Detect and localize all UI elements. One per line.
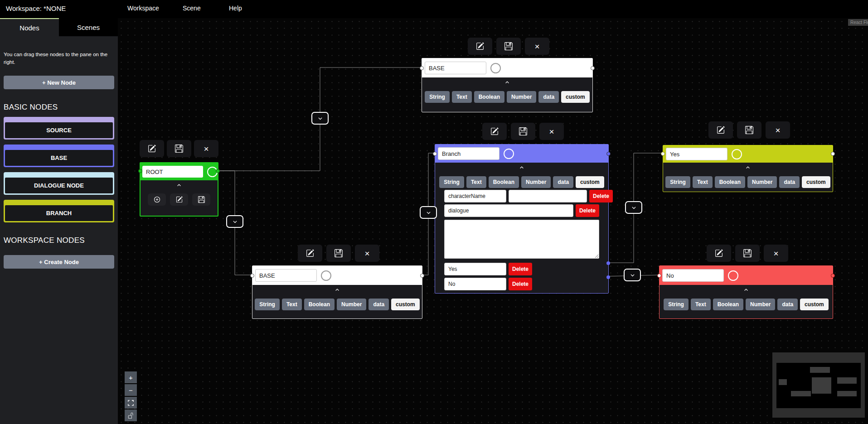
type-button-boolean[interactable]: Boolean (489, 176, 519, 188)
node-yes[interactable]: String Text Boolean Number data custom (663, 145, 833, 192)
collapse-toggle[interactable] (659, 285, 833, 294)
edit-node-button[interactable] (468, 38, 492, 55)
save-button[interactable] (192, 193, 210, 206)
lock-button[interactable] (125, 410, 137, 421)
edit-node-button[interactable] (482, 123, 507, 140)
type-button-boolean[interactable]: Boolean (474, 91, 504, 103)
type-button-string[interactable]: String (439, 176, 464, 188)
edit-node-button[interactable] (298, 245, 322, 262)
type-button-number[interactable]: Number (337, 299, 366, 310)
output-handle[interactable] (591, 66, 595, 70)
type-button-text[interactable]: Text (691, 299, 711, 310)
edge-dropdown-button[interactable] (226, 215, 243, 228)
input-handle[interactable] (661, 152, 665, 156)
type-button-number[interactable]: Number (746, 299, 775, 310)
field-value-input[interactable] (509, 190, 587, 202)
option-input-no[interactable] (444, 278, 506, 290)
type-button-custom[interactable]: custom (391, 299, 420, 310)
collapse-toggle[interactable] (252, 285, 422, 294)
zoom-out-button[interactable]: − (125, 384, 137, 396)
option-handle-yes[interactable] (606, 261, 610, 265)
save-node-button[interactable] (511, 123, 535, 140)
input-handle[interactable] (250, 274, 254, 278)
option-handle-no[interactable] (606, 275, 610, 279)
edge-dropdown-button[interactable] (625, 201, 642, 214)
delete-field-button[interactable]: Delete (576, 204, 599, 217)
connector-circle[interactable] (728, 270, 738, 281)
type-button-custom[interactable]: custom (800, 299, 829, 310)
close-node-button[interactable]: × (764, 245, 788, 262)
menu-help[interactable]: Help (229, 5, 242, 12)
type-button-text[interactable]: Text (693, 176, 713, 188)
output-handle[interactable] (420, 274, 424, 278)
field-name-input[interactable] (444, 204, 573, 217)
delete-option-button[interactable]: Delete (509, 278, 532, 290)
collapse-toggle[interactable] (422, 77, 592, 87)
output-handle[interactable] (606, 152, 611, 156)
type-button-data[interactable]: data (369, 299, 389, 310)
edit-button[interactable] (170, 193, 188, 206)
delete-field-button[interactable]: Delete (589, 190, 613, 202)
type-button-text[interactable]: Text (466, 176, 486, 188)
type-button-text[interactable]: Text (282, 299, 302, 310)
type-button-boolean[interactable]: Boolean (713, 299, 743, 310)
close-node-button[interactable]: × (539, 123, 564, 140)
collapse-toggle[interactable] (435, 163, 608, 172)
tab-nodes[interactable]: Nodes (0, 18, 59, 36)
close-node-button[interactable]: × (525, 38, 549, 55)
node-title-input[interactable] (666, 148, 727, 160)
type-button-data[interactable]: data (553, 176, 573, 188)
type-button-number[interactable]: Number (747, 176, 777, 188)
option-input-yes[interactable] (444, 263, 506, 275)
tab-scenes[interactable]: Scenes (59, 18, 118, 36)
output-handle[interactable] (831, 152, 835, 156)
create-node-button[interactable]: + Create Node (4, 255, 114, 269)
collapse-toggle[interactable] (141, 180, 218, 190)
edit-node-button[interactable] (708, 121, 733, 139)
palette-node-dialogue[interactable]: DIALOGUE NODE (4, 172, 114, 195)
fit-view-button[interactable] (125, 397, 137, 409)
save-node-button[interactable] (326, 245, 351, 262)
type-button-number[interactable]: Number (521, 176, 551, 188)
node-branch[interactable]: String Text Boolean Number data custom D… (435, 144, 609, 294)
edge-dropdown-button[interactable] (420, 206, 437, 219)
type-button-custom[interactable]: custom (802, 176, 830, 188)
connector-circle[interactable] (321, 270, 331, 281)
save-node-button[interactable] (167, 140, 191, 157)
zoom-in-button[interactable]: + (125, 371, 137, 383)
type-button-custom[interactable]: custom (561, 91, 590, 103)
menu-workspace[interactable]: Workspace (127, 5, 159, 12)
collapse-toggle[interactable] (663, 163, 833, 172)
node-base-bottom[interactable]: String Text Boolean Number data custom (252, 265, 422, 319)
dialogue-textarea[interactable] (444, 220, 599, 259)
node-title-input[interactable] (255, 269, 317, 282)
type-button-data[interactable]: data (538, 91, 559, 103)
connector-circle[interactable] (732, 149, 742, 159)
type-button-string[interactable]: String (665, 176, 690, 188)
output-handle[interactable] (831, 274, 835, 278)
input-handle[interactable] (420, 66, 424, 70)
input-handle[interactable] (138, 169, 142, 173)
type-button-string[interactable]: String (255, 299, 280, 310)
type-button-data[interactable]: data (779, 176, 800, 188)
menu-scene[interactable]: Scene (183, 5, 201, 12)
node-title-input[interactable] (425, 62, 486, 74)
type-button-boolean[interactable]: Boolean (715, 176, 745, 188)
save-node-button[interactable] (737, 121, 761, 139)
connector-circle[interactable] (490, 63, 501, 73)
add-button[interactable] (148, 193, 166, 206)
input-handle[interactable] (433, 152, 437, 156)
edge-dropdown-button[interactable] (624, 269, 641, 281)
input-handle[interactable] (657, 274, 661, 278)
close-node-button[interactable]: × (194, 140, 218, 157)
node-base-top[interactable]: String Text Boolean Number data custom (422, 58, 593, 112)
node-title-input[interactable] (142, 166, 203, 178)
close-node-button[interactable]: × (355, 245, 379, 262)
delete-option-button[interactable]: Delete (509, 263, 532, 275)
flow-canvas[interactable]: React Flow × × × × × (118, 18, 868, 424)
node-title-input[interactable] (438, 147, 499, 160)
node-title-input[interactable] (662, 269, 724, 282)
edit-node-button[interactable] (140, 140, 164, 157)
type-button-number[interactable]: Number (507, 91, 536, 103)
edge-dropdown-button[interactable] (311, 112, 329, 125)
